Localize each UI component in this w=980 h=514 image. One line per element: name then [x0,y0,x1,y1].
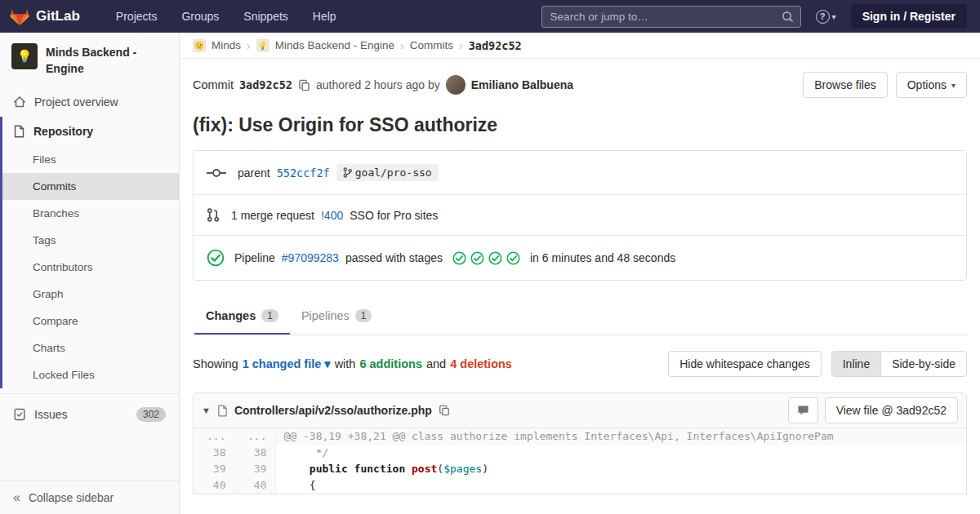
project-context[interactable]: 💡 Minds Backend - Engine [0,33,179,87]
sidebar-item-graph[interactable]: Graph [2,281,179,308]
pipeline-stages [452,251,520,265]
options-dropdown-button[interactable]: Options ▾ [896,72,967,98]
document-icon [13,125,25,138]
inline-view-button[interactable]: Inline [831,351,881,377]
tab-count-badge: 1 [261,309,278,322]
group-avatar: 🙂 [193,39,206,52]
breadcrumb-commits-link[interactable]: Commits [410,39,453,51]
sign-in-button[interactable]: Sign in / Register [851,4,967,29]
copy-icon[interactable] [439,405,450,416]
diff-hunk-row: ......@@ -38,19 +38,21 @@ class authoriz… [194,428,966,445]
side-by-side-view-button[interactable]: Side-by-side [880,351,967,377]
sidebar-item-label: Repository [33,125,93,138]
new-line-number[interactable]: 40 [234,477,275,494]
search-icon[interactable] [782,11,794,23]
tab-pipelines[interactable]: Pipelines 1 [290,299,384,335]
and-label: and [426,357,446,370]
commit-title: (fix): Use Origin for SSO authorize [193,114,967,136]
collapse-label: Collapse sidebar [29,491,114,504]
comment-button[interactable] [788,397,818,423]
sidebar-item-issues[interactable]: Issues 302 [0,399,179,430]
old-line-number[interactable]: 40 [194,477,234,494]
commit-sha: 3ad92c52 [239,78,292,91]
author-avatar[interactable] [446,75,466,95]
old-line-number[interactable]: 38 [194,445,234,461]
sidebar-item-locked-files[interactable]: Locked Files [2,361,179,388]
diff-line-row: 3939 public function post($pages) [194,461,966,477]
gitlab-brand[interactable]: GitLab [10,7,80,26]
mr-count-text: 1 merge request [231,209,314,222]
breadcrumb-group-link[interactable]: Minds [212,39,241,51]
collapse-icon: « [13,491,20,504]
sidebar-item-repository[interactable]: Repository [2,117,179,146]
nav-snippets[interactable]: Snippets [243,10,287,23]
mr-ref-link[interactable]: !400 [321,209,343,222]
sidebar-item-branches[interactable]: Branches [2,200,179,227]
parent-label: parent [238,166,270,179]
branch-icon [343,167,352,178]
sidebar-item-compare[interactable]: Compare [2,308,179,335]
diff-line-row: 4040 { [194,477,966,494]
stage-passed-icon[interactable] [470,251,484,265]
pipeline-status-icon[interactable] [207,249,225,267]
copy-icon[interactable] [298,79,310,91]
sidebar-divider [0,393,179,394]
tab-changes[interactable]: Changes 1 [194,299,290,335]
file-icon [217,405,228,417]
file-path[interactable]: Controllers/api/v2/sso/authorize.php [234,404,432,417]
changed-files-label: 1 changed file [243,357,322,370]
pipeline-status-text: passed with stages [345,251,443,264]
nav-projects[interactable]: Projects [116,10,158,23]
collapse-sidebar-button[interactable]: « Collapse sidebar [0,481,179,514]
chevron-right-icon: › [459,39,463,52]
stage-passed-icon[interactable] [506,251,520,265]
commit-icon [207,167,226,179]
pipeline-id-link[interactable]: #97099283 [282,251,339,264]
collapse-diff-icon[interactable]: ▼ [202,405,211,415]
code-cell: { [275,477,966,494]
tab-label: Pipelines [301,309,350,322]
diff-view-toggle: Inline Side-by-side [831,351,967,377]
code-cell: @@ -38,19 +38,21 @@ class authorize impl… [275,428,966,445]
breadcrumb: 🙂 Minds › 💡 Minds Backend - Engine › Com… [180,33,980,59]
branch-name: goal/pro-sso [355,166,432,179]
help-icon: ? [816,10,830,24]
brand-name[interactable]: GitLab [36,8,80,24]
sidebar-item-commits[interactable]: Commits [2,173,179,200]
stage-passed-icon[interactable] [488,251,502,265]
sidebar-item-project-overview[interactable]: Project overview [0,87,179,117]
branch-ref-pill[interactable]: goal/pro-sso [336,164,439,181]
code-cell: */ [275,445,966,461]
chevron-right-icon: › [247,39,251,52]
author-name[interactable]: Emiliano Balbuena [471,78,573,91]
old-line-number[interactable]: 39 [194,461,234,477]
changed-files-dropdown[interactable]: 1 changed file ▾ [243,357,331,370]
diff-line-row: 3838 */ [194,445,966,461]
pipeline-label: Pipeline [234,251,275,264]
browse-files-button[interactable]: Browse files [803,72,887,98]
project-avatar-small: 💡 [256,39,270,52]
diff-file-header: ▼ Controllers/api/v2/sso/authorize.php V… [194,393,966,428]
help-menu[interactable]: ? ▾ [816,10,836,24]
gitlab-tanuki-icon [10,7,29,26]
stage-passed-icon[interactable] [452,251,466,265]
sidebar-item-charts[interactable]: Charts [2,335,179,361]
new-line-number: ... [234,428,275,445]
parent-sha-link[interactable]: 552ccf2f [277,166,330,179]
new-line-number[interactable]: 39 [234,461,275,477]
view-file-button[interactable]: View file @ 3ad92c52 [825,397,958,423]
sidebar-item-contributors[interactable]: Contributors [2,254,179,281]
repository-section: Repository FilesCommitsBranchesTagsContr… [0,117,179,388]
search-input[interactable] [550,11,782,23]
search-box [541,6,801,28]
new-line-number[interactable]: 38 [234,445,275,461]
nav-groups[interactable]: Groups [181,10,219,23]
commit-info-box: parent 552ccf2f goal/pro-sso 1 merge req… [193,150,967,281]
breadcrumb-project-link[interactable]: Minds Backend - Engine [275,39,394,51]
sidebar-item-tags[interactable]: Tags [2,227,179,254]
nav-help[interactable]: Help [313,10,336,23]
breadcrumb-current-sha: 3ad92c52 [469,39,522,52]
hide-whitespace-button[interactable]: Hide whitespace changes [668,351,822,377]
sidebar-item-files[interactable]: Files [2,146,179,173]
issues-icon [13,408,26,421]
